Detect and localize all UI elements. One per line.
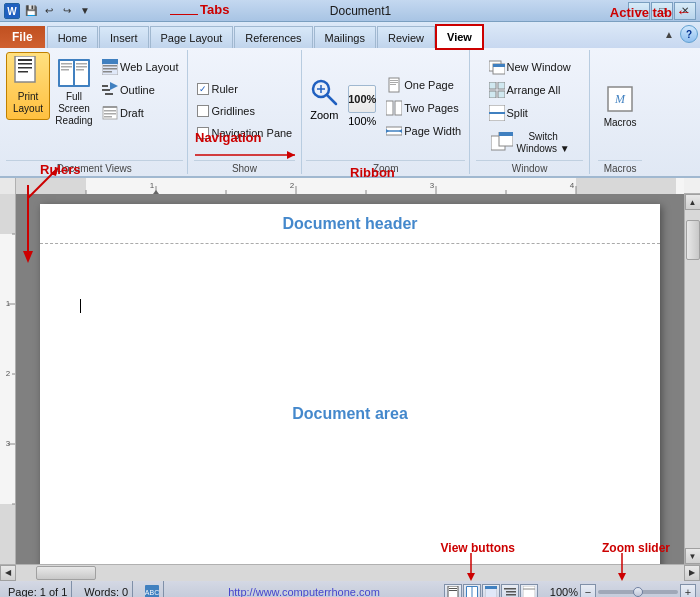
macros-content: M Macros (598, 52, 642, 160)
tab-review[interactable]: Review (377, 26, 435, 48)
redo-quick-btn[interactable]: ↪ (59, 3, 75, 19)
arrange-all-btn[interactable]: Arrange All (485, 79, 575, 101)
gridlines-checkbox[interactable] (197, 105, 209, 117)
doc-header-bar: Document header (40, 204, 660, 244)
split-icon (489, 105, 505, 121)
navigation-annotation-area: Navigation (195, 130, 261, 145)
svg-rect-77 (0, 194, 16, 234)
h-scroll-thumb[interactable] (36, 566, 96, 580)
svg-rect-78 (0, 504, 16, 564)
doc-views-content: PrintLayout (6, 52, 183, 160)
full-screen-reading-icon (58, 57, 90, 89)
outline-btn[interactable]: Outline (98, 79, 183, 101)
tab-view[interactable]: View (436, 25, 483, 49)
window-title: Document1 (93, 4, 628, 18)
print-layout-label: PrintLayout (13, 91, 43, 115)
zoom-100-label: 100% (348, 115, 376, 127)
svg-rect-99 (506, 594, 516, 596)
status-bar: Page: 1 of 1 Words: 0 ABC http://www.com… (0, 580, 700, 597)
split-btn[interactable]: Split (485, 102, 575, 124)
svg-rect-22 (102, 89, 110, 91)
print-layout-icon (12, 57, 44, 89)
switch-windows-btn[interactable]: SwitchWindows ▼ (487, 126, 573, 160)
view-btn-web[interactable] (482, 584, 500, 598)
horizontal-scrollbar[interactable]: ◀ ▶ (0, 564, 700, 580)
ruler-check[interactable]: Ruler (194, 79, 296, 99)
tab-mailings[interactable]: Mailings (314, 26, 376, 48)
ribbon-group-zoom: Zoom 100% 100% (302, 50, 470, 174)
print-layout-btn[interactable]: PrintLayout (6, 52, 50, 120)
zoom-icon (309, 77, 339, 107)
doc-scroll-area[interactable]: Document header Document area (16, 194, 684, 564)
tab-page-layout[interactable]: Page Layout (150, 26, 234, 48)
ribbon-group-macros: M Macros Macros (590, 50, 650, 174)
zoom-100-btn[interactable]: 100% 100% (344, 72, 380, 140)
horizontal-ruler-container: 1 2 3 4 (0, 178, 700, 194)
title-bar: W 💾 ↩ ↪ ▼ Document1 ─ □ ✕ (0, 0, 700, 22)
h-scroll-track[interactable] (16, 565, 684, 581)
tab-insert[interactable]: Insert (99, 26, 149, 48)
save-quick-btn[interactable]: 💾 (23, 3, 39, 19)
svg-rect-28 (104, 113, 116, 115)
document-page: Document header Document area (40, 204, 660, 564)
window-label: Window (476, 160, 583, 174)
view-btn-print[interactable] (444, 584, 462, 598)
zoom-btn[interactable]: Zoom (306, 72, 342, 140)
zoom-arrow (612, 553, 632, 583)
one-page-btn[interactable]: One Page (382, 74, 465, 96)
text-cursor (80, 299, 81, 313)
outline-icon (102, 82, 118, 98)
svg-rect-47 (489, 82, 496, 89)
h-scroll-left-btn[interactable]: ◀ (0, 565, 16, 581)
tab-references[interactable]: References (234, 26, 312, 48)
svg-rect-38 (386, 101, 393, 115)
svg-rect-3 (18, 59, 32, 61)
page-width-btn[interactable]: Page Width (382, 120, 465, 142)
svg-rect-8 (60, 61, 73, 85)
doc-views-small-btns: Web Layout Outline (98, 52, 183, 124)
svg-rect-96 (485, 586, 497, 589)
svg-rect-36 (390, 82, 398, 83)
gridlines-label: Gridlines (212, 105, 255, 117)
scroll-track[interactable] (685, 210, 701, 564)
ribbon: PrintLayout (0, 48, 700, 178)
view-btn-outline[interactable] (501, 584, 519, 598)
two-pages-btn[interactable]: Two Pages (382, 97, 465, 119)
scroll-up-btn[interactable]: ▲ (685, 194, 701, 210)
collapse-ribbon-btn[interactable]: ▲ (660, 25, 678, 43)
view-btn-full[interactable] (463, 584, 481, 598)
zoom-slider-thumb[interactable] (633, 587, 643, 597)
full-screen-reading-btn[interactable]: Full ScreenReading (52, 52, 96, 132)
h-scroll-right-btn[interactable]: ▶ (684, 565, 700, 581)
undo-quick-btn[interactable]: ↩ (41, 3, 57, 19)
zoom-in-btn[interactable]: + (680, 584, 696, 598)
gridlines-check[interactable]: Gridlines (194, 101, 296, 121)
scroll-down-btn[interactable]: ▼ (685, 548, 701, 564)
new-window-btn[interactable]: New Window (485, 56, 575, 78)
zoom-label: Zoom (310, 109, 338, 121)
vertical-scrollbar[interactable]: ▲ ▼ (684, 194, 700, 564)
help-btn[interactable]: ? (680, 25, 698, 43)
view-btn-draft[interactable] (520, 584, 538, 598)
zoom-out-btn[interactable]: − (580, 584, 596, 598)
svg-rect-50 (498, 91, 505, 98)
tab-file[interactable]: File (0, 26, 45, 48)
draft-icon (102, 105, 118, 121)
svg-rect-100 (523, 586, 535, 598)
svg-text:M: M (614, 92, 626, 106)
zoom-slider-track[interactable] (598, 590, 678, 594)
quick-access-toolbar: 💾 ↩ ↪ ▼ (23, 3, 93, 19)
window-content: New Window Arrange All (485, 52, 575, 124)
word-count: Words: 0 (80, 581, 133, 597)
scroll-thumb[interactable] (686, 220, 700, 260)
doc-body[interactable]: Document area (40, 244, 660, 564)
macros-btn[interactable]: M Macros (598, 72, 642, 140)
web-layout-btn[interactable]: Web Layout (98, 56, 183, 78)
ruler-checkbox[interactable] (197, 83, 209, 95)
v-ruler-svg: 1 2 3 (0, 194, 16, 564)
svg-rect-90 (449, 588, 457, 589)
svg-rect-39 (395, 101, 402, 115)
draft-btn[interactable]: Draft (98, 102, 183, 124)
customize-quick-btn[interactable]: ▼ (77, 3, 93, 19)
tab-home[interactable]: Home (47, 26, 98, 48)
